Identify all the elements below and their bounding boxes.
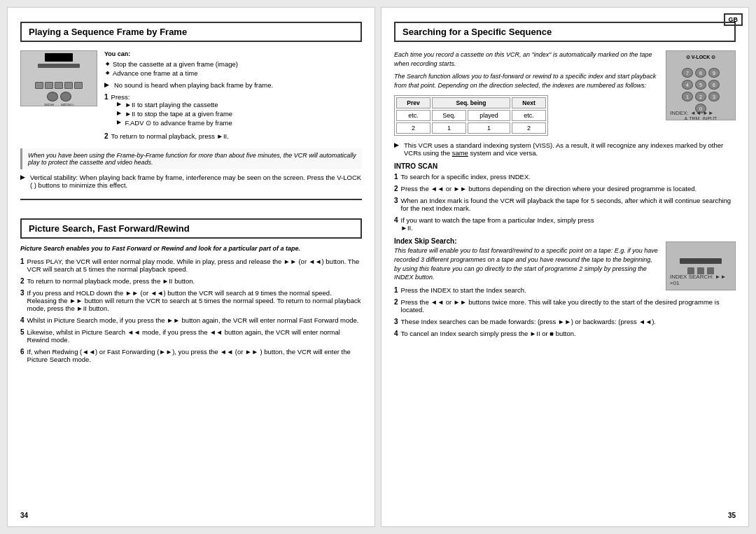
iss-step-3: 3 These Index searches can be made forwa… — [394, 318, 736, 325]
vcr-ctrl-btn — [707, 267, 714, 274]
vcr-ctrl-btn — [697, 267, 704, 274]
press-label: Press: — [111, 93, 130, 101]
is-step-1-text: To search for a specific index, press IN… — [401, 173, 736, 181]
is-step-1: 1 To search for a specific index, press … — [394, 173, 736, 181]
bullet-stop: Stop the cassette at a given frame (imag… — [113, 60, 362, 68]
table-sub-etc2: etc. — [512, 110, 546, 121]
intro-scan-steps: 1 To search for a specific index, press … — [394, 173, 736, 232]
vcr-right-image-bottom: INDEX SEARCH: ►► ×01 — [666, 241, 736, 290]
is-step-1-num: 1 — [394, 173, 398, 181]
vcr-knob — [60, 92, 71, 101]
step-num-1: 1 — [104, 93, 108, 101]
step-s1-num: 1 — [20, 258, 24, 265]
page-number-right: 35 — [728, 512, 736, 519]
section-divider — [20, 199, 362, 200]
vcr-controls-row — [687, 267, 714, 274]
step-s2-text: To return to normal playback mode, press… — [27, 277, 362, 285]
iss-step-3-num: 3 — [394, 318, 398, 325]
vcr-input-label: INPUT — [702, 116, 717, 120]
step-s1-text: Press PLAY, the VCR will enter normal pl… — [27, 258, 362, 273]
iss-step-1: 1 Press the INDEX to start the Index sea… — [394, 286, 660, 294]
step-s3-text: If you press and HOLD down the ►► (or ◄◄… — [27, 289, 362, 312]
step-s3-num: 3 — [20, 289, 24, 297]
table-val-2b: 2 — [512, 122, 546, 134]
iss-step-4-text: To cancel an Index search simply press t… — [401, 330, 736, 337]
step-s2: 2 To return to normal playback mode, pre… — [20, 277, 362, 285]
is-step-2-text: Press the ◄◄ or ►► buttons depending on … — [401, 185, 736, 192]
iss-step-2: 2 Press the ◄◄ or ►► buttons twice more.… — [394, 298, 736, 314]
step-s6: 6 If, when Redwing (◄◄) or Fast Forwardi… — [20, 348, 362, 363]
vcr-knob — [47, 92, 58, 101]
num-btn-8: 8 — [695, 68, 706, 78]
is-step-2-num: 2 — [394, 185, 398, 192]
page-number-left: 34 — [20, 512, 28, 519]
is-step-3-text: When an Index mark is found the VCR will… — [401, 197, 736, 212]
is-step-2: 2 Press the ◄◄ or ►► buttons depending o… — [394, 185, 736, 192]
step-s6-num: 6 — [20, 348, 24, 356]
you-can-label: You can: — [104, 50, 362, 57]
step-s1: 1 Press PLAY, the VCR will enter normal … — [20, 258, 362, 273]
section1-title: Playing a Sequence Frame by Frame — [20, 22, 362, 42]
vcr-image-left: REW MENU — [20, 50, 97, 106]
table-val-2a: 2 — [396, 122, 430, 134]
section2-steps: 1 Press PLAY, the VCR will enter normal … — [20, 258, 362, 363]
section2-title: Picture Search, Fast Forward/Rewind — [20, 218, 362, 239]
right-page: GB Searching for a Specific Sequence ⊙ V… — [381, 7, 749, 527]
vcr-button — [64, 82, 73, 89]
step-num-2: 2 — [104, 132, 108, 140]
table-header-next: Next — [512, 97, 546, 108]
note-box-protection: When you have been using the Frame-by-Fr… — [20, 148, 362, 169]
num-btn-5: 5 — [695, 80, 706, 90]
arrow-note-vlock: Vertical stability: When playing back fr… — [20, 174, 362, 189]
table-header-prev: Prev — [396, 97, 430, 108]
table-header-seqbeing: Seq. being — [432, 97, 510, 108]
step-1: 1 Press: ►II to start playing the casset… — [104, 93, 362, 128]
arrow-note-nosound: No sound is heard when playing back fram… — [104, 81, 362, 89]
sub-bullet-start: ►II to start playing the cassette — [125, 101, 362, 108]
table-val-1a: 1 — [432, 122, 466, 134]
bullet-advance: Advance one frame at a time — [113, 69, 362, 77]
table-val-1b: 1 — [468, 122, 510, 134]
sub-bullet-fadv: F.ADV ⊙ to advance frame by frame — [125, 119, 362, 127]
num-btn-7: 7 — [682, 68, 693, 78]
left-page: Playing a Sequence Frame by Frame — [7, 7, 375, 527]
index-table: Prev Seq. being Next etc. Seq. played et… — [394, 95, 548, 136]
step-s6-text: If, when Redwing (◄◄) or Fast Forwarding… — [27, 348, 362, 363]
table-sub-played: played — [468, 110, 510, 121]
step-s5-num: 5 — [20, 328, 24, 336]
is-step-3-num: 3 — [394, 197, 398, 204]
step-s5-text: Likewise, whilst in Picture Search ◄◄ mo… — [27, 328, 362, 344]
step-s4-text: Whilst in Picture Search mode, if you pr… — [27, 316, 362, 324]
table-sub-etc1: etc. — [396, 110, 430, 121]
index-skip-steps: 1 Press the INDEX to start the Index sea… — [394, 286, 736, 337]
viss-note: This VCR uses a standard indexing system… — [394, 141, 736, 157]
sub-bullet-stop: ►II to stop the tape at a given frame — [125, 110, 362, 118]
step-s5: 5 Likewise, whilst in Picture Search ◄◄ … — [20, 328, 362, 344]
iss-step-2-text: Press the ◄◄ or ►► buttons twice more. T… — [401, 298, 736, 314]
step-s4: 4 Whilst in Picture Search mode, if you … — [20, 316, 362, 324]
iss-step-4: 4 To cancel an Index search simply press… — [394, 330, 736, 337]
iss-step-2-num: 2 — [394, 298, 398, 306]
is-step-4-num: 4 — [394, 216, 398, 224]
table-sub-seq: Seq. — [432, 110, 466, 121]
iss-step-1-text: Press the INDEX to start the Index searc… — [401, 286, 660, 294]
vcr-button — [55, 82, 63, 89]
step-s4-num: 4 — [20, 316, 24, 324]
is-step-4-text: If you want to watch the tape from a par… — [401, 216, 736, 232]
step-1-content: Press: ►II to start playing the cassette… — [111, 93, 362, 128]
step-2-content: To return to normal playback, press ►II. — [111, 132, 362, 140]
vcr-button — [74, 82, 83, 89]
vcr-button — [35, 82, 43, 89]
num-btn-3: 3 — [708, 92, 720, 101]
section2-intro: Picture Search enables you to Fast Forwa… — [20, 244, 362, 253]
num-btn-2: 2 — [695, 92, 706, 101]
intro-scan-label: INTRO SCAN — [394, 162, 736, 170]
num-btn-6: 6 — [708, 80, 720, 90]
vlock-label: ⊙ V-LOCK ⊙ — [686, 55, 715, 60]
step-s3: 3 If you press and HOLD down the ►► (or … — [20, 289, 362, 312]
iss-step-3-text: These Index searches can be made forward… — [401, 318, 736, 325]
num-btn-1: 1 — [682, 92, 693, 101]
num-btn-9: 9 — [708, 68, 720, 78]
vcr-tape-slot — [680, 258, 722, 264]
vcr-button — [45, 82, 53, 89]
